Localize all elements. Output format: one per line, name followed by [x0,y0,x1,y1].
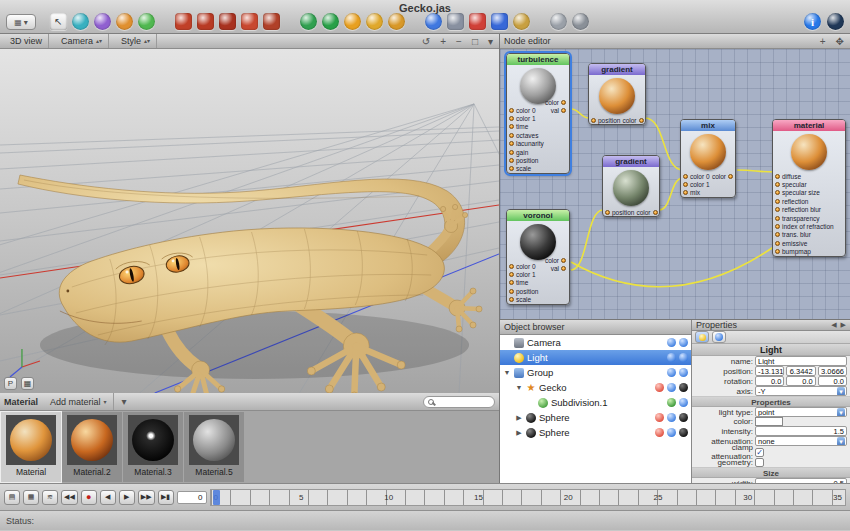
shading-badge-icon[interactable] [679,428,688,437]
node-add-icon[interactable]: + [818,36,828,47]
node-pan-icon[interactable]: ✥ [834,36,846,47]
snap-tool-icon[interactable] [572,13,589,30]
rotation-y-field[interactable]: 0.0 [786,376,815,386]
modifier-badge-icon[interactable] [667,398,676,407]
box-primitive-icon[interactable] [175,13,192,30]
step-back-button[interactable]: ◀ [100,490,116,505]
axis-tool-icon[interactable] [138,13,155,30]
material-thumb[interactable]: Material.2 [62,412,122,482]
layer-list-button[interactable]: ▤ [4,490,20,505]
port-dot[interactable] [561,258,566,263]
port-dot[interactable] [775,199,780,204]
info-button-icon[interactable]: i [804,13,821,30]
node-gradient[interactable]: gradient position color [602,155,660,217]
port-dot[interactable] [683,190,688,195]
position-z-field[interactable]: 3.0666 [818,366,847,376]
material-thumb[interactable]: Material.5 [184,412,244,482]
perspective-button[interactable]: P [4,377,17,390]
port-dot[interactable] [775,216,780,221]
render-badge-icon[interactable] [679,338,688,347]
sphere-primitive-icon[interactable] [197,13,214,30]
render-shield-icon[interactable] [469,13,486,30]
port-dot[interactable] [509,116,514,121]
port-dot[interactable] [683,182,688,187]
port-dot[interactable] [683,174,688,179]
material-badge-icon[interactable] [655,428,664,437]
view-options-icon[interactable]: ▾ [486,36,495,47]
forward-button[interactable]: ▶▶ [138,490,155,505]
position-y-field[interactable]: 6.3442 [786,366,815,376]
material-options-icon[interactable]: ▾ [120,396,129,407]
node-voronoi[interactable]: voronoi color 0 color 1 time position sc… [506,209,570,305]
zoom-in-icon[interactable]: + [438,36,448,47]
material-badge-icon[interactable] [655,413,664,422]
scale-tool-icon[interactable] [94,13,111,30]
appearance-icon[interactable] [827,13,844,30]
port-dot[interactable] [561,266,566,271]
node-mix[interactable]: mix color 0 color color 1 mix [680,119,736,198]
visibility-badge-icon[interactable] [667,353,676,362]
intensity-field[interactable]: 1.5 [755,426,847,436]
3d-viewport[interactable]: P ▦ [0,49,499,393]
to-end-button[interactable]: ▶▮ [158,490,174,505]
playhead[interactable] [213,490,220,505]
object-row-group[interactable]: ▼ Group [500,365,691,380]
port-dot[interactable] [775,224,780,229]
orbit-view-icon[interactable]: ↺ [420,36,432,47]
material-thumb[interactable]: Material [1,412,61,482]
port-dot[interactable] [775,182,780,187]
rotate-tool-icon[interactable] [116,13,133,30]
object-row-sphere[interactable]: ▶ Sphere [500,410,691,425]
lathe-tool-icon[interactable] [388,13,405,30]
view-layout-button[interactable]: ▦▾ [6,14,36,30]
port-dot[interactable] [775,174,780,179]
axis-dropdown[interactable]: -Y [755,386,847,396]
port-dot[interactable] [509,141,514,146]
camera-menu[interactable]: Camera▴▾ [55,34,109,48]
port-dot[interactable] [509,272,514,277]
keyframe-grid-button[interactable]: ▦ [23,490,39,505]
port-dot[interactable] [639,118,644,123]
clamp-attenuation-checkbox[interactable]: ✓ [755,448,764,457]
shading-badge-icon[interactable] [679,413,688,422]
port-dot[interactable] [605,210,610,215]
grid-toggle-icon[interactable]: ▦ [21,377,34,390]
port-dot[interactable] [775,241,780,246]
port-dot[interactable] [509,108,514,113]
rewind-button[interactable]: ◀◀ [61,490,78,505]
port-dot[interactable] [509,280,514,285]
node-material[interactable]: material diffuse specular specular size … [772,119,846,257]
frame-view-icon[interactable]: □ [470,36,480,47]
port-dot[interactable] [561,108,566,113]
port-dot[interactable] [509,158,514,163]
material-badge-icon[interactable] [655,383,664,392]
visibility-badge-icon[interactable] [667,383,676,392]
port-dot[interactable] [509,150,514,155]
name-field[interactable]: Light [755,356,847,366]
back-arrow-icon[interactable]: ◀ [831,321,836,329]
visibility-badge-icon[interactable] [667,428,676,437]
width-field[interactable]: 0.5 [755,478,847,483]
script-tool-icon[interactable] [513,13,530,30]
port-dot[interactable] [509,289,514,294]
object-row-sphere[interactable]: ▶ Sphere [500,425,691,440]
port-dot[interactable] [509,297,514,302]
port-dot[interactable] [509,264,514,269]
object-row-subdivision[interactable]: Subdivision.1 [500,395,691,410]
style-menu[interactable]: Style▴▾ [115,34,157,48]
curve-editor-button[interactable]: ≋ [42,490,58,505]
port-dot[interactable] [728,174,733,179]
port-dot[interactable] [653,210,658,215]
visibility-badge-icon[interactable] [667,338,676,347]
play-button[interactable]: ▶ [119,490,135,505]
rotation-z-field[interactable]: 0.0 [818,376,847,386]
node-gradient[interactable]: gradient position color [588,63,646,125]
object-row-gecko[interactable]: ▼ ★ Gecko [500,380,691,395]
material-search-input[interactable] [423,396,495,408]
port-dot[interactable] [509,166,514,171]
port-dot[interactable] [591,118,596,123]
spline-tool-icon[interactable] [344,13,361,30]
visibility-badge-icon[interactable] [679,398,688,407]
zoom-out-icon[interactable]: − [454,36,464,47]
render-badge-icon[interactable] [679,368,688,377]
